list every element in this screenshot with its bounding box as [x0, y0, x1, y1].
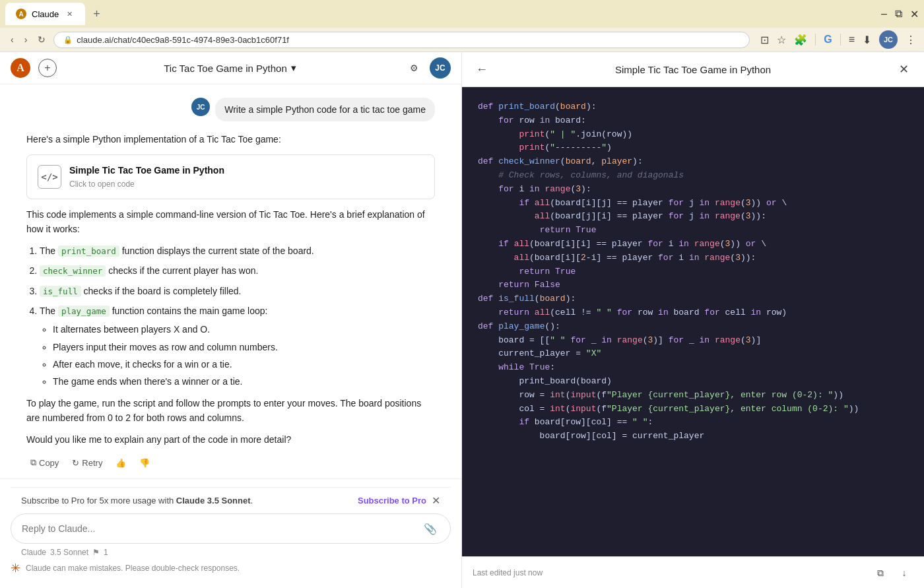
- retry-button[interactable]: ↻ Retry: [68, 455, 106, 471]
- list-item-1: The print_board function displays the cu…: [40, 244, 435, 258]
- code-line: def play_game():: [478, 320, 908, 334]
- code-icon: </>: [38, 165, 61, 189]
- thumbs-down-button[interactable]: 👎: [135, 455, 154, 471]
- bullet-2: Players input their moves as row and col…: [53, 340, 435, 354]
- footer-notice-text: Claude can make mistakes. Please double-…: [26, 564, 240, 573]
- download-icon[interactable]: ⬇: [863, 34, 871, 46]
- new-chat-button[interactable]: +: [38, 59, 57, 77]
- chat-footer: Subscribe to Pro for 5x more usage with …: [0, 478, 461, 588]
- explanation-intro: This code implements a simple command-li…: [26, 207, 435, 237]
- asterisk-icon: ✳: [11, 561, 20, 575]
- chat-input[interactable]: [22, 523, 416, 534]
- user-avatar-small: JC: [191, 98, 210, 116]
- code-line: return False: [478, 278, 908, 292]
- copy-code-icon: ⧉: [877, 568, 884, 579]
- inline-code-play-game: play_game: [58, 306, 110, 317]
- thumbs-up-button[interactable]: 👍: [112, 455, 130, 471]
- model-flag-icon: ⚑: [92, 548, 100, 557]
- lock-icon: 🔒: [63, 36, 73, 44]
- extensions-icon[interactable]: 🧩: [794, 34, 807, 46]
- input-area: 📎: [11, 513, 451, 544]
- list-item-2: check_winner checks if the current playe…: [40, 263, 435, 278]
- code-line: print("---------"): [478, 141, 908, 155]
- retry-icon: ↻: [72, 458, 79, 468]
- code-line: # Check rows, columns, and diagonals: [478, 169, 908, 183]
- list-item-3: is_full checks if the board is completel…: [40, 284, 435, 298]
- close-button[interactable]: ✕: [910, 8, 919, 20]
- menu-icon[interactable]: ⋮: [906, 34, 916, 46]
- subscribe-bar: Subscribe to Pro for 5x more usage with …: [11, 487, 451, 513]
- list-item-4: The play_game function contains the main…: [40, 304, 435, 389]
- reload-button[interactable]: ↻: [35, 33, 48, 46]
- forward-nav-button[interactable]: ›: [22, 33, 30, 46]
- code-card-subtitle: Click to open code: [69, 178, 424, 191]
- retry-label: Retry: [82, 458, 102, 468]
- profile-button[interactable]: JC: [879, 30, 898, 49]
- copy-button[interactable]: ⧉ Copy: [26, 455, 63, 471]
- tab-close-button[interactable]: ✕: [64, 9, 75, 19]
- code-viewer-back-button[interactable]: ←: [473, 60, 491, 79]
- text-icon[interactable]: ≡: [849, 34, 855, 46]
- list-item-4-prefix: The: [40, 306, 58, 316]
- code-line: current_player = "X": [478, 347, 908, 361]
- flag-count: 1: [104, 548, 108, 557]
- maximize-button[interactable]: ⧉: [895, 8, 902, 20]
- copy-code-button[interactable]: ⧉: [871, 564, 890, 582]
- subscribe-button[interactable]: Subscribe to Pro: [358, 496, 426, 506]
- back-nav-button[interactable]: ‹: [8, 33, 16, 46]
- logo-letter: A: [16, 62, 24, 74]
- new-tab-button[interactable]: +: [88, 5, 106, 24]
- copy-label: Copy: [39, 458, 59, 468]
- thumbs-up-icon: 👍: [116, 458, 126, 468]
- code-footer-buttons: ⧉ ↓: [871, 564, 913, 582]
- paperclip-icon: 📎: [424, 523, 437, 535]
- minimize-button[interactable]: –: [881, 8, 887, 20]
- code-viewer-close-button[interactable]: ✕: [895, 60, 913, 79]
- inline-code-check-winner: check_winner: [40, 265, 106, 277]
- code-content[interactable]: def print_board(board): for row in board…: [462, 87, 924, 556]
- list-item-4-suffix: function contains the main game loop:: [112, 306, 268, 316]
- g-icon[interactable]: G: [824, 34, 832, 46]
- list-item-2-suffix: checks if the current player has won.: [108, 265, 258, 276]
- settings-button[interactable]: ⚙: [403, 57, 424, 79]
- cast-icon[interactable]: ⊡: [760, 34, 769, 46]
- code-card-info: Simple Tic Tac Toe Game in Python Click …: [69, 163, 424, 191]
- bookmark-icon[interactable]: ☆: [777, 34, 786, 46]
- title-chevron[interactable]: ▾: [291, 62, 296, 74]
- code-line: if all(board[i][j] == player for j in ra…: [478, 197, 908, 211]
- code-card[interactable]: </> Simple Tic Tac Toe Game in Python Cl…: [26, 154, 435, 199]
- list-item-1-prefix: The: [40, 245, 58, 256]
- footer-notice-left: ✳ Claude can make mistakes. Please doubl…: [11, 561, 240, 575]
- code-line: board[row][col] = current_player: [478, 430, 908, 443]
- code-line: print_board(board): [478, 375, 908, 389]
- list-item-1-suffix: function displays the current state of t…: [122, 245, 314, 256]
- attach-button[interactable]: 📎: [421, 519, 440, 538]
- toolbar-divider: [815, 34, 816, 46]
- user-message-wrap: JC Write a simple Python code for a tic …: [26, 98, 435, 121]
- address-bar[interactable]: 🔒 claude.ai/chat/c40ec9a8-591c-4974-89e3…: [53, 32, 750, 48]
- subscribe-close-button[interactable]: ✕: [432, 494, 440, 507]
- active-tab[interactable]: A Claude ✕: [5, 3, 85, 25]
- bullet-list: It alternates between players X and O. P…: [53, 322, 435, 389]
- browser-chrome: A Claude ✕ + – ⧉ ✕: [0, 0, 924, 28]
- code-line: for i in range(3):: [478, 183, 908, 197]
- user-message-text: Write a simple Python code for a tic tac…: [224, 104, 426, 115]
- code-viewer-title: Simple Tic Tac Toe Game in Python: [615, 64, 771, 75]
- download-code-button[interactable]: ↓: [895, 564, 913, 582]
- code-line: def check_winner(board, player):: [478, 155, 908, 169]
- bullet-3: After each move, it checks for a win or …: [53, 357, 435, 372]
- inline-code-print-board: print_board: [58, 245, 119, 257]
- right-panel: ← Simple Tic Tac Toe Game in Python ✕ de…: [462, 52, 924, 588]
- code-line: row = int(input(f"Player {current_player…: [478, 389, 908, 403]
- address-bar-row: ‹ › ↻ 🔒 claude.ai/chat/c40ec9a8-591c-497…: [0, 28, 924, 52]
- tab-label: Claude: [32, 9, 59, 19]
- code-line: return all(cell != " " for row in board …: [478, 306, 908, 320]
- bullet-4: The game ends when there's a winner or a…: [53, 374, 435, 389]
- copy-icon: ⧉: [30, 457, 36, 468]
- assistant-message: Here's a simple Python implementation of…: [26, 132, 435, 471]
- bullet-1: It alternates between players X and O.: [53, 322, 435, 337]
- app-logo: A: [11, 58, 30, 78]
- chat-area[interactable]: JC Write a simple Python code for a tic …: [0, 84, 461, 478]
- user-avatar[interactable]: JC: [430, 57, 451, 79]
- subscribe-notice: Subscribe to Pro for 5x more usage with …: [21, 496, 253, 506]
